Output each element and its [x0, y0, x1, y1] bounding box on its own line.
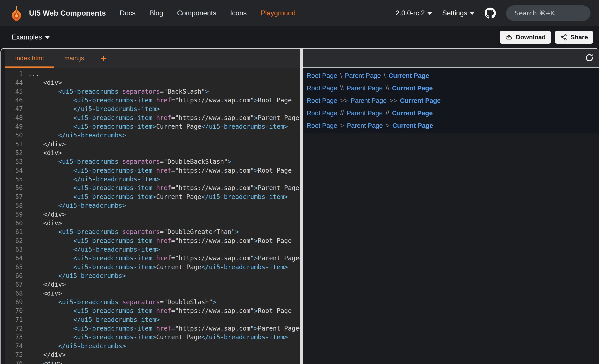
- line-number: 76: [5, 359, 28, 364]
- breadcrumb-link-parent[interactable]: Parent Page: [347, 85, 383, 92]
- search-box[interactable]: [506, 5, 590, 21]
- breadcrumb-link-root[interactable]: Root Page: [307, 122, 337, 129]
- preview-empty-area: [303, 133, 599, 364]
- playground-toolbar: Examples Download Share: [0, 26, 599, 48]
- line-number: 65: [5, 263, 28, 271]
- code-token: >: [254, 325, 258, 332]
- code-line: 55 </ui5-breadcrumbs-item>: [5, 175, 300, 184]
- breadcrumb-separator: //: [340, 110, 344, 117]
- code-token: <div>: [28, 79, 62, 86]
- search-input[interactable]: [514, 9, 597, 17]
- code-token: <ui5-breadcrumbs-item>: [73, 193, 156, 201]
- code-token: ="https://www.sap.com": [171, 254, 254, 262]
- code-token: <div>: [28, 220, 62, 227]
- nav-link-playground[interactable]: Playground: [261, 9, 296, 17]
- code-line: 53 <ui5-breadcrumbs separators="DoubleBa…: [5, 157, 300, 166]
- code-text: <ui5-breadcrumbs-item href="https://www.…: [28, 254, 300, 262]
- breadcrumb-link-root[interactable]: Root Page: [307, 97, 337, 104]
- breadcrumb-current-page: Current Page: [392, 122, 433, 129]
- nav-link-blog[interactable]: Blog: [150, 9, 163, 17]
- tab-index.html[interactable]: index.html: [5, 49, 54, 68]
- brand[interactable]: UI5 Web Components: [9, 5, 106, 21]
- code-text: <ui5-breadcrumbs-item href="https://www.…: [28, 237, 292, 245]
- add-tab-button[interactable]: +: [94, 49, 113, 68]
- code-token: </ui5-breadcrumbs-item>: [73, 176, 160, 183]
- code-token: </ui5-breadcrumbs-item>: [201, 333, 288, 341]
- code-text: </ui5-breadcrumbs>: [28, 201, 126, 210]
- refresh-button[interactable]: [584, 52, 595, 63]
- breadcrumb-link-parent[interactable]: Parent Page: [347, 110, 383, 117]
- code-line: 1...: [5, 70, 300, 78]
- refresh-icon: [585, 53, 594, 62]
- breadcrumb-link-parent[interactable]: Parent Page: [351, 97, 387, 104]
- code-token: </div>: [28, 281, 66, 288]
- code-text: </ui5-breadcrumbs-item>: [28, 245, 160, 254]
- examples-label: Examples: [12, 33, 42, 41]
- code-token: [28, 202, 58, 209]
- code-text: <ui5-breadcrumbs separators="DoubleGreat…: [28, 228, 239, 236]
- breadcrumb-link-parent[interactable]: Parent Page: [345, 72, 381, 79]
- code-editor[interactable]: 1...44 <div>45 <ui5-breadcrumbs separato…: [5, 68, 300, 364]
- code-token: <ui5-breadcrumbs-item: [73, 325, 152, 332]
- breadcrumb-link-parent[interactable]: Parent Page: [347, 122, 383, 129]
- github-link[interactable]: [485, 8, 496, 19]
- brand-title: UI5 Web Components: [29, 9, 106, 17]
- code-token: >: [254, 184, 258, 192]
- code-text: ...: [28, 70, 40, 78]
- code-token: [28, 342, 58, 350]
- line-number: 56: [5, 184, 28, 192]
- code-token: href: [152, 237, 171, 245]
- tab-main.js[interactable]: main.js: [54, 49, 95, 68]
- examples-dropdown[interactable]: Examples: [12, 33, 50, 41]
- line-number: 52: [5, 149, 28, 157]
- code-text: <ui5-breadcrumbs-item>Current Page</ui5-…: [28, 122, 288, 131]
- nav-link-components[interactable]: Components: [177, 9, 216, 17]
- code-token: ="DoubleSlash": [160, 298, 213, 306]
- breadcrumb-link-root[interactable]: Root Page: [307, 110, 337, 117]
- line-number: 62: [5, 237, 28, 245]
- code-token: Root Page: [258, 237, 292, 245]
- line-number: 49: [5, 122, 28, 131]
- code-token: ="https://www.sap.com": [171, 97, 254, 104]
- line-number: 45: [5, 87, 28, 96]
- line-number: 69: [5, 298, 28, 306]
- code-editor-panel: index.htmlmain.js + 1...44 <div>45 <ui5-…: [5, 49, 300, 364]
- breadcrumb-link-root[interactable]: Root Page: [307, 72, 337, 79]
- nav-link-docs[interactable]: Docs: [120, 9, 136, 17]
- code-token: Parent Page: [258, 325, 299, 332]
- main-nav: DocsBlogComponentsIconsPlayground: [120, 9, 295, 17]
- split-divider-handle[interactable]: [300, 49, 303, 364]
- code-token: <ui5-breadcrumbs: [58, 88, 119, 95]
- nav-link-icons[interactable]: Icons: [230, 9, 247, 17]
- breadcrumb-current-page: Current Page: [392, 110, 433, 117]
- version-dropdown[interactable]: 2.0.0-rc.2: [396, 9, 432, 17]
- line-number: 57: [5, 193, 28, 201]
- code-text: </ui5-breadcrumbs-item>: [28, 105, 160, 113]
- line-number: 66: [5, 271, 28, 280]
- code-line: 54 <ui5-breadcrumbs-item href="https://w…: [5, 166, 300, 175]
- code-text: <ui5-breadcrumbs-item href="https://www.…: [28, 184, 300, 192]
- breadcrumb-separator: \: [340, 72, 342, 79]
- line-number: 53: [5, 157, 28, 166]
- breadcrumb-link-root[interactable]: Root Page: [307, 85, 337, 92]
- code-token: >: [254, 167, 258, 174]
- download-button[interactable]: Download: [500, 31, 551, 44]
- code-token: ="https://www.sap.com": [171, 325, 254, 332]
- code-line: 50 </ui5-breadcrumbs>: [5, 131, 300, 140]
- code-text: <ui5-breadcrumbs-item href="https://www.…: [28, 166, 292, 175]
- code-token: <div>: [28, 290, 62, 297]
- code-line: 76 <div>: [5, 359, 300, 364]
- code-token: [28, 316, 73, 323]
- code-text: </div>: [28, 280, 66, 289]
- settings-dropdown[interactable]: Settings: [442, 9, 474, 17]
- code-line: 51 </div>: [5, 140, 300, 149]
- code-token: </ui5-breadcrumbs-item>: [73, 105, 160, 113]
- code-token: href: [152, 184, 171, 192]
- share-button[interactable]: Share: [555, 31, 593, 44]
- code-token: [28, 105, 73, 113]
- code-token: ="DoubleBackSlash": [160, 158, 228, 165]
- preview-frame: Root Page\Parent Page\Current PageRoot P…: [303, 68, 599, 133]
- code-line: 69 <ui5-breadcrumbs separators="DoubleSl…: [5, 298, 300, 306]
- code-token: <ui5-breadcrumbs-item: [73, 114, 152, 122]
- code-text: <ui5-breadcrumbs-item href="https://www.…: [28, 114, 300, 122]
